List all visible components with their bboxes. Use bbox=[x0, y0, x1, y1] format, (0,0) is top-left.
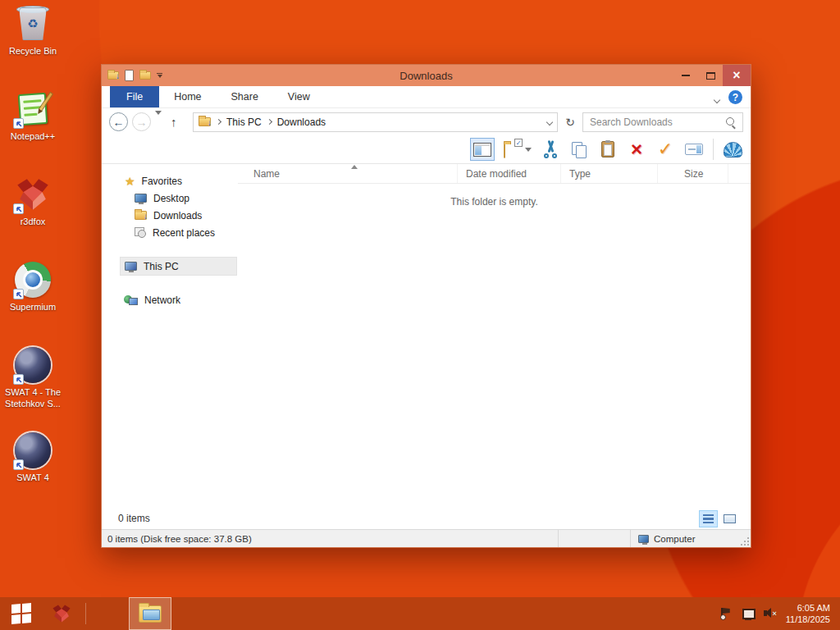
recent-locations-dropdown[interactable] bbox=[155, 115, 167, 130]
sidebar-item-network[interactable]: Network bbox=[102, 291, 238, 308]
up-button[interactable]: ↑ bbox=[171, 115, 189, 129]
sidebar-item-recent-places[interactable]: Recent places bbox=[102, 224, 238, 241]
search-box[interactable] bbox=[582, 112, 743, 132]
search-input[interactable] bbox=[590, 116, 725, 128]
classic-status-bar: 0 items (Disk free space: 37.8 GB) Compu… bbox=[102, 529, 751, 547]
help-icon[interactable]: ? bbox=[728, 90, 742, 104]
taskbar: × 6:05 AM 11/18/2025 bbox=[0, 597, 840, 630]
search-icon[interactable] bbox=[725, 116, 736, 127]
cut-button[interactable] bbox=[541, 138, 560, 161]
status-bar: 0 items bbox=[102, 508, 751, 529]
file-list-pane[interactable]: Name Date modified Type Size This folder… bbox=[238, 164, 751, 508]
customize-qat-icon[interactable] bbox=[157, 73, 162, 78]
shortcut-arrow-icon bbox=[13, 203, 24, 214]
breadcrumb-this-pc[interactable]: This PC bbox=[226, 116, 262, 128]
taskbar-supermium-button[interactable] bbox=[91, 597, 129, 630]
select-all-button[interactable]: ✓ bbox=[655, 138, 675, 161]
shortcut-arrow-icon bbox=[13, 459, 24, 470]
disk-free-space: 0 items (Disk free space: 37.8 GB) bbox=[102, 530, 559, 547]
swat4-icon bbox=[14, 431, 52, 469]
desktop-icon-label: r3dfox bbox=[21, 216, 46, 227]
back-button[interactable]: ← bbox=[109, 112, 128, 131]
sidebar-item-favorites[interactable]: ★ Favorites bbox=[102, 172, 238, 189]
action-center-flag-icon[interactable] bbox=[719, 607, 733, 620]
maximize-icon bbox=[706, 72, 715, 80]
r3dfox-icon bbox=[51, 603, 72, 624]
sort-ascending-icon bbox=[351, 165, 358, 169]
sidebar-item-downloads[interactable]: ↓ Downloads bbox=[102, 207, 238, 224]
collapse-ribbon-button[interactable] bbox=[714, 94, 721, 100]
column-header-date-modified[interactable]: Date modified bbox=[458, 164, 561, 183]
titlebar[interactable]: ↓ Downloads × bbox=[102, 65, 751, 86]
paste-button[interactable] bbox=[598, 138, 618, 161]
desktop-icon-label: SWAT 4 bbox=[16, 472, 49, 483]
resize-grip[interactable] bbox=[741, 537, 749, 546]
desktop-icon-supermium[interactable]: Supermium bbox=[0, 261, 66, 313]
column-header-type[interactable]: Type bbox=[561, 164, 658, 183]
new-folder-icon[interactable] bbox=[139, 71, 151, 80]
classic-shell-button[interactable] bbox=[723, 138, 742, 161]
preview-pane-button[interactable] bbox=[470, 138, 495, 161]
desktop-icon-r3dfox[interactable]: r3dfox bbox=[0, 176, 66, 227]
close-button[interactable]: × bbox=[723, 65, 751, 86]
checkmark-icon: ✓ bbox=[658, 140, 673, 158]
sidebar-item-desktop[interactable]: Desktop bbox=[102, 189, 238, 207]
file-explorer-icon bbox=[139, 605, 162, 623]
desktop-icon-label: Notepad++ bbox=[11, 130, 55, 142]
sidebar-item-this-pc[interactable]: This PC bbox=[120, 257, 237, 276]
rename-icon bbox=[685, 144, 703, 155]
explorer-toolbar: ✓ × ✓ bbox=[102, 135, 751, 164]
taskbar-r3dfox-button[interactable] bbox=[43, 597, 80, 630]
taskbar-clock[interactable]: 6:05 AM 11/18/2025 bbox=[786, 602, 830, 625]
quick-access-toolbar: ↓ bbox=[102, 70, 192, 81]
address-bar[interactable]: ↓ This PC Downloads bbox=[193, 112, 558, 132]
desktop-icon-label: SWAT 4 - The Stetchkov S... bbox=[1, 386, 65, 409]
system-tray: × 6:05 AM 11/18/2025 bbox=[719, 602, 840, 625]
thumbnails-view-button[interactable] bbox=[720, 510, 739, 527]
refresh-button[interactable]: ↻ bbox=[562, 116, 578, 129]
address-dropdown-icon[interactable] bbox=[546, 118, 553, 125]
clock-date: 11/18/2025 bbox=[786, 614, 830, 625]
sidebar-label: Desktop bbox=[153, 193, 189, 204]
status-zone-computer: Computer bbox=[631, 530, 751, 547]
volume-muted-icon[interactable]: × bbox=[764, 607, 777, 620]
minimize-button[interactable] bbox=[673, 65, 698, 86]
empty-folder-message: This folder is empty. bbox=[238, 196, 751, 208]
thumbnails-view-icon bbox=[724, 514, 736, 523]
select-items-button[interactable]: ✓ bbox=[504, 138, 532, 161]
tab-view[interactable]: View bbox=[273, 86, 325, 107]
start-button[interactable] bbox=[0, 597, 43, 630]
this-pc-icon bbox=[125, 262, 137, 271]
taskbar-explorer-button[interactable] bbox=[129, 597, 171, 630]
supermium-icon bbox=[99, 603, 121, 625]
forward-button[interactable]: → bbox=[132, 112, 151, 131]
downloads-folder-icon[interactable]: ↓ bbox=[107, 71, 119, 80]
column-headers: Name Date modified Type Size bbox=[238, 164, 751, 184]
tab-file[interactable]: File bbox=[110, 86, 159, 107]
sidebar-label: Recent places bbox=[153, 227, 215, 239]
column-header-size[interactable]: Size bbox=[658, 164, 728, 183]
shortcut-arrow-icon bbox=[13, 289, 24, 299]
maximize-button[interactable] bbox=[698, 65, 723, 86]
breadcrumb-downloads[interactable]: Downloads bbox=[277, 116, 326, 128]
breadcrumb-chevron-icon bbox=[216, 119, 221, 125]
tab-home[interactable]: Home bbox=[159, 86, 216, 107]
delete-button[interactable]: × bbox=[627, 138, 646, 161]
network-tray-icon[interactable] bbox=[742, 607, 755, 620]
desktop-icon-notepadpp[interactable]: Notepad++ bbox=[0, 90, 66, 142]
properties-icon[interactable] bbox=[125, 70, 134, 81]
copy-button[interactable] bbox=[569, 138, 589, 161]
desktop-icon-swat4[interactable]: SWAT 4 bbox=[0, 431, 66, 483]
delete-icon: × bbox=[631, 140, 642, 158]
tab-share[interactable]: Share bbox=[217, 86, 273, 107]
column-header-name[interactable]: Name bbox=[238, 164, 458, 183]
preview-pane-icon bbox=[473, 143, 491, 157]
rename-button[interactable] bbox=[684, 138, 704, 161]
taskbar-separator bbox=[85, 603, 86, 624]
supermium-icon bbox=[14, 261, 52, 299]
copy-icon bbox=[571, 141, 587, 158]
details-view-button[interactable] bbox=[699, 510, 718, 527]
desktop-icon-recycle-bin[interactable]: ♻ Recycle Bin bbox=[0, 5, 66, 57]
desktop-icon-swat4-stetchkov[interactable]: SWAT 4 - The Stetchkov S... bbox=[0, 346, 66, 409]
sidebar-label: Network bbox=[144, 294, 180, 306]
